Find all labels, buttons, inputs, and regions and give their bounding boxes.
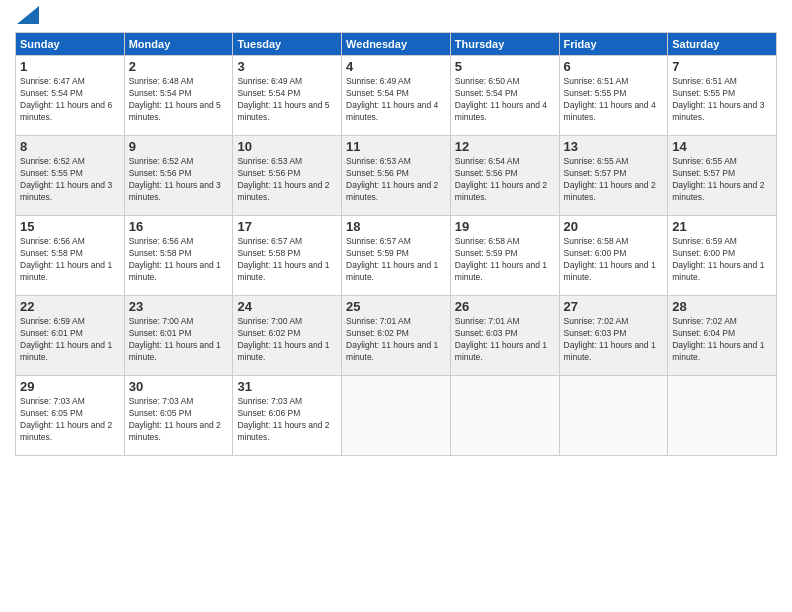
calendar-cell xyxy=(668,376,777,456)
day-number: 8 xyxy=(20,139,120,154)
calendar-cell xyxy=(450,376,559,456)
week-row-3: 15 Sunrise: 6:56 AM Sunset: 5:58 PM Dayl… xyxy=(16,216,777,296)
day-number: 14 xyxy=(672,139,772,154)
day-info: Sunrise: 6:54 AM Sunset: 5:56 PM Dayligh… xyxy=(455,156,555,204)
calendar-cell: 25 Sunrise: 7:01 AM Sunset: 6:02 PM Dayl… xyxy=(342,296,451,376)
calendar-cell: 31 Sunrise: 7:03 AM Sunset: 6:06 PM Dayl… xyxy=(233,376,342,456)
day-info: Sunrise: 7:03 AM Sunset: 6:05 PM Dayligh… xyxy=(129,396,229,444)
calendar-cell: 2 Sunrise: 6:48 AM Sunset: 5:54 PM Dayli… xyxy=(124,56,233,136)
day-info: Sunrise: 6:56 AM Sunset: 5:58 PM Dayligh… xyxy=(129,236,229,284)
day-number: 13 xyxy=(564,139,664,154)
calendar-cell: 27 Sunrise: 7:02 AM Sunset: 6:03 PM Dayl… xyxy=(559,296,668,376)
calendar-cell: 10 Sunrise: 6:53 AM Sunset: 5:56 PM Dayl… xyxy=(233,136,342,216)
day-info: Sunrise: 7:01 AM Sunset: 6:02 PM Dayligh… xyxy=(346,316,446,364)
col-thursday: Thursday xyxy=(450,33,559,56)
day-number: 15 xyxy=(20,219,120,234)
day-number: 27 xyxy=(564,299,664,314)
day-info: Sunrise: 6:53 AM Sunset: 5:56 PM Dayligh… xyxy=(237,156,337,204)
day-number: 12 xyxy=(455,139,555,154)
svg-marker-0 xyxy=(17,6,39,24)
col-wednesday: Wednesday xyxy=(342,33,451,56)
calendar-cell: 28 Sunrise: 7:02 AM Sunset: 6:04 PM Dayl… xyxy=(668,296,777,376)
day-number: 30 xyxy=(129,379,229,394)
day-info: Sunrise: 6:53 AM Sunset: 5:56 PM Dayligh… xyxy=(346,156,446,204)
calendar-cell: 21 Sunrise: 6:59 AM Sunset: 6:00 PM Dayl… xyxy=(668,216,777,296)
calendar-cell: 13 Sunrise: 6:55 AM Sunset: 5:57 PM Dayl… xyxy=(559,136,668,216)
day-info: Sunrise: 7:02 AM Sunset: 6:04 PM Dayligh… xyxy=(672,316,772,364)
calendar-cell: 8 Sunrise: 6:52 AM Sunset: 5:55 PM Dayli… xyxy=(16,136,125,216)
calendar-cell xyxy=(559,376,668,456)
calendar-cell: 24 Sunrise: 7:00 AM Sunset: 6:02 PM Dayl… xyxy=(233,296,342,376)
day-number: 22 xyxy=(20,299,120,314)
day-number: 21 xyxy=(672,219,772,234)
calendar-cell: 20 Sunrise: 6:58 AM Sunset: 6:00 PM Dayl… xyxy=(559,216,668,296)
calendar-cell: 17 Sunrise: 6:57 AM Sunset: 5:58 PM Dayl… xyxy=(233,216,342,296)
day-number: 26 xyxy=(455,299,555,314)
calendar-cell: 22 Sunrise: 6:59 AM Sunset: 6:01 PM Dayl… xyxy=(16,296,125,376)
day-info: Sunrise: 6:50 AM Sunset: 5:54 PM Dayligh… xyxy=(455,76,555,124)
day-info: Sunrise: 6:52 AM Sunset: 5:55 PM Dayligh… xyxy=(20,156,120,204)
day-number: 9 xyxy=(129,139,229,154)
day-info: Sunrise: 7:01 AM Sunset: 6:03 PM Dayligh… xyxy=(455,316,555,364)
day-info: Sunrise: 6:49 AM Sunset: 5:54 PM Dayligh… xyxy=(237,76,337,124)
day-number: 4 xyxy=(346,59,446,74)
col-friday: Friday xyxy=(559,33,668,56)
calendar-cell: 7 Sunrise: 6:51 AM Sunset: 5:55 PM Dayli… xyxy=(668,56,777,136)
calendar-cell: 16 Sunrise: 6:56 AM Sunset: 5:58 PM Dayl… xyxy=(124,216,233,296)
calendar-cell xyxy=(342,376,451,456)
week-row-4: 22 Sunrise: 6:59 AM Sunset: 6:01 PM Dayl… xyxy=(16,296,777,376)
day-info: Sunrise: 6:58 AM Sunset: 6:00 PM Dayligh… xyxy=(564,236,664,284)
calendar-cell: 9 Sunrise: 6:52 AM Sunset: 5:56 PM Dayli… xyxy=(124,136,233,216)
day-info: Sunrise: 6:59 AM Sunset: 6:01 PM Dayligh… xyxy=(20,316,120,364)
day-number: 11 xyxy=(346,139,446,154)
calendar-cell: 6 Sunrise: 6:51 AM Sunset: 5:55 PM Dayli… xyxy=(559,56,668,136)
day-number: 16 xyxy=(129,219,229,234)
day-number: 19 xyxy=(455,219,555,234)
header-row: Sunday Monday Tuesday Wednesday Thursday… xyxy=(16,33,777,56)
calendar-cell: 4 Sunrise: 6:49 AM Sunset: 5:54 PM Dayli… xyxy=(342,56,451,136)
day-number: 25 xyxy=(346,299,446,314)
calendar-cell: 29 Sunrise: 7:03 AM Sunset: 6:05 PM Dayl… xyxy=(16,376,125,456)
week-row-5: 29 Sunrise: 7:03 AM Sunset: 6:05 PM Dayl… xyxy=(16,376,777,456)
calendar-cell: 23 Sunrise: 7:00 AM Sunset: 6:01 PM Dayl… xyxy=(124,296,233,376)
calendar-cell: 5 Sunrise: 6:50 AM Sunset: 5:54 PM Dayli… xyxy=(450,56,559,136)
day-info: Sunrise: 6:55 AM Sunset: 5:57 PM Dayligh… xyxy=(672,156,772,204)
day-info: Sunrise: 6:47 AM Sunset: 5:54 PM Dayligh… xyxy=(20,76,120,124)
day-info: Sunrise: 7:02 AM Sunset: 6:03 PM Dayligh… xyxy=(564,316,664,364)
day-number: 7 xyxy=(672,59,772,74)
day-number: 24 xyxy=(237,299,337,314)
col-monday: Monday xyxy=(124,33,233,56)
day-info: Sunrise: 6:52 AM Sunset: 5:56 PM Dayligh… xyxy=(129,156,229,204)
calendar-cell: 19 Sunrise: 6:58 AM Sunset: 5:59 PM Dayl… xyxy=(450,216,559,296)
week-row-1: 1 Sunrise: 6:47 AM Sunset: 5:54 PM Dayli… xyxy=(16,56,777,136)
week-row-2: 8 Sunrise: 6:52 AM Sunset: 5:55 PM Dayli… xyxy=(16,136,777,216)
day-info: Sunrise: 7:00 AM Sunset: 6:01 PM Dayligh… xyxy=(129,316,229,364)
col-tuesday: Tuesday xyxy=(233,33,342,56)
day-number: 17 xyxy=(237,219,337,234)
day-info: Sunrise: 6:49 AM Sunset: 5:54 PM Dayligh… xyxy=(346,76,446,124)
day-number: 23 xyxy=(129,299,229,314)
page-container: Sunday Monday Tuesday Wednesday Thursday… xyxy=(0,0,792,466)
logo-arrow-icon xyxy=(17,6,39,24)
day-info: Sunrise: 6:57 AM Sunset: 5:59 PM Dayligh… xyxy=(346,236,446,284)
day-info: Sunrise: 7:03 AM Sunset: 6:05 PM Dayligh… xyxy=(20,396,120,444)
day-info: Sunrise: 6:55 AM Sunset: 5:57 PM Dayligh… xyxy=(564,156,664,204)
day-info: Sunrise: 6:57 AM Sunset: 5:58 PM Dayligh… xyxy=(237,236,337,284)
calendar-cell: 1 Sunrise: 6:47 AM Sunset: 5:54 PM Dayli… xyxy=(16,56,125,136)
header xyxy=(15,10,777,24)
calendar-cell: 12 Sunrise: 6:54 AM Sunset: 5:56 PM Dayl… xyxy=(450,136,559,216)
day-number: 31 xyxy=(237,379,337,394)
day-info: Sunrise: 6:48 AM Sunset: 5:54 PM Dayligh… xyxy=(129,76,229,124)
day-number: 20 xyxy=(564,219,664,234)
logo xyxy=(15,10,39,24)
day-info: Sunrise: 6:56 AM Sunset: 5:58 PM Dayligh… xyxy=(20,236,120,284)
calendar-cell: 30 Sunrise: 7:03 AM Sunset: 6:05 PM Dayl… xyxy=(124,376,233,456)
calendar-cell: 14 Sunrise: 6:55 AM Sunset: 5:57 PM Dayl… xyxy=(668,136,777,216)
day-info: Sunrise: 7:00 AM Sunset: 6:02 PM Dayligh… xyxy=(237,316,337,364)
day-info: Sunrise: 6:51 AM Sunset: 5:55 PM Dayligh… xyxy=(672,76,772,124)
day-number: 10 xyxy=(237,139,337,154)
day-info: Sunrise: 7:03 AM Sunset: 6:06 PM Dayligh… xyxy=(237,396,337,444)
day-number: 6 xyxy=(564,59,664,74)
day-number: 5 xyxy=(455,59,555,74)
calendar-cell: 11 Sunrise: 6:53 AM Sunset: 5:56 PM Dayl… xyxy=(342,136,451,216)
